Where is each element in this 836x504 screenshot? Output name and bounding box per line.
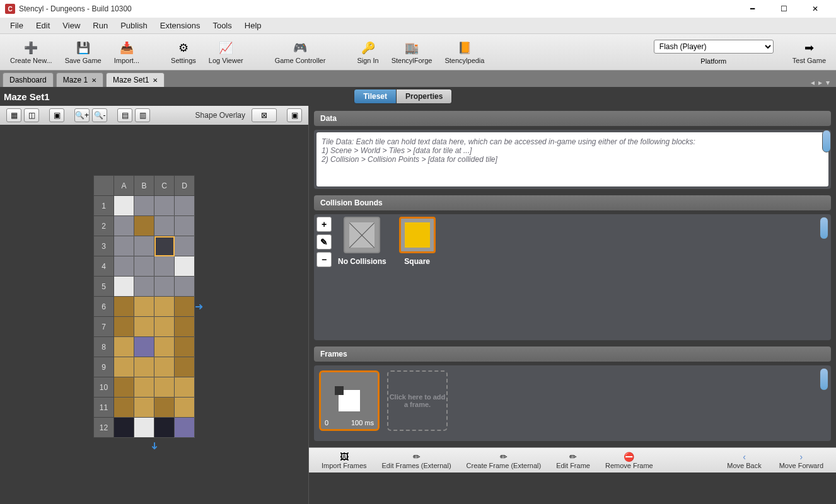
select-region-icon[interactable]: ▦ bbox=[6, 108, 21, 122]
section-header-frames: Frames bbox=[314, 346, 831, 362]
arrow-down-icon: ➜ bbox=[148, 442, 160, 450]
numbers-icon[interactable]: ▥ bbox=[135, 108, 150, 122]
close-icon[interactable]: ✕ bbox=[91, 77, 96, 84]
move-back-button[interactable]: ‹Move Back bbox=[719, 452, 769, 469]
maximize-button[interactable]: ☐ bbox=[774, 3, 793, 15]
titlebar: C Stencyl - Dungeons - Build 10300 ━ ☐ ✕ bbox=[0, 0, 836, 18]
remove-frame-button[interactable]: ⛔Remove Frame bbox=[598, 452, 661, 469]
tab-maze-1[interactable]: Maze 1✕ bbox=[56, 72, 103, 87]
shape-overlay-label: Shape Overlay bbox=[195, 111, 245, 120]
import-icon: 🖼 bbox=[340, 452, 349, 462]
create-frame-external-button[interactable]: ✏Create Frame (External) bbox=[459, 452, 549, 469]
menu-help[interactable]: Help bbox=[238, 18, 268, 33]
menu-file[interactable]: File bbox=[4, 18, 30, 33]
test-game-button[interactable]: ➡Test Game bbox=[786, 38, 832, 67]
tileset-toolbar: ▦ ◫ ▣ 🔍+ 🔍- ▤ ▥ Shape Overlay ⊠ ▣ bbox=[0, 106, 308, 125]
tab-maze-set1[interactable]: Maze Set1✕ bbox=[106, 72, 165, 87]
app-icon: C bbox=[5, 4, 15, 14]
zoom-out-icon[interactable]: 🔍- bbox=[92, 108, 107, 122]
window-title: Stencyl - Dungeons - Build 10300 bbox=[19, 4, 743, 13]
minus-circle-icon: ⛔ bbox=[624, 452, 634, 462]
game-controller-button[interactable]: 🎮Game Controller bbox=[269, 38, 332, 67]
close-icon[interactable]: ✕ bbox=[153, 77, 158, 84]
store-icon: 🏬 bbox=[404, 40, 419, 55]
settings-button[interactable]: ⚙Settings bbox=[165, 38, 202, 67]
menu-extensions[interactable]: Extensions bbox=[154, 18, 207, 33]
create-new-button[interactable]: ➕Create New... bbox=[4, 38, 59, 67]
scrollbar[interactable] bbox=[820, 368, 828, 391]
move-forward-button[interactable]: ›Move Forward bbox=[772, 452, 831, 469]
edit-frames-external-button[interactable]: ✏Edit Frames (External) bbox=[374, 452, 459, 469]
log-viewer-button[interactable]: 📈Log Viewer bbox=[202, 38, 250, 67]
page-header: Maze Set1 Tileset Properties bbox=[0, 87, 836, 106]
add-frame-button[interactable]: Click here to add a frame. bbox=[387, 370, 448, 431]
section-header-data: Data bbox=[314, 111, 831, 126]
menu-publish[interactable]: Publish bbox=[114, 18, 154, 33]
collision-square[interactable]: Square bbox=[399, 217, 436, 266]
selected-tile[interactable] bbox=[154, 236, 175, 256]
data-section: Tile Data: Each tile can hold text data … bbox=[314, 130, 831, 189]
menu-run[interactable]: Run bbox=[86, 18, 114, 33]
tile-grid: ABCD 1 2 3 4 5 6➜ 7 8 9 10 11 12 bbox=[93, 175, 215, 438]
import-icon: 📥 bbox=[119, 40, 134, 55]
shape-overlay-x-icon[interactable]: ⊠ bbox=[252, 108, 277, 122]
minimize-button[interactable]: ━ bbox=[743, 3, 762, 15]
tab-tileset[interactable]: Tileset bbox=[354, 89, 397, 104]
left-panel: ▦ ◫ ▣ 🔍+ 🔍- ▤ ▥ Shape Overlay ⊠ ▣ ABCD 1… bbox=[0, 106, 309, 504]
arrow-right-icon: ➜ bbox=[195, 301, 203, 312]
tabs-prev-icon[interactable]: ◂ bbox=[811, 78, 815, 87]
stencylforge-button[interactable]: 🏬StencylForge bbox=[385, 38, 439, 67]
shape-overlay-box-icon[interactable]: ▣ bbox=[287, 108, 302, 122]
pencil-plus-icon: ✏ bbox=[500, 452, 508, 462]
chart-icon: 📈 bbox=[218, 40, 233, 55]
save-icon: 💾 bbox=[76, 40, 91, 55]
pencil-icon: ✏ bbox=[569, 452, 577, 462]
frame-0[interactable]: 0 100 ms bbox=[319, 370, 380, 431]
frame-thumbnail bbox=[339, 390, 360, 411]
key-icon: 🔑 bbox=[361, 40, 376, 55]
main-toolbar: ➕Create New... 💾Save Game 📥Import... ⚙Se… bbox=[0, 34, 836, 71]
controller-icon: 🎮 bbox=[293, 40, 308, 55]
section-header-collision: Collision Bounds bbox=[314, 195, 831, 210]
right-panel: Data Tile Data: Each tile can hold text … bbox=[309, 106, 836, 504]
chevron-left-icon: ‹ bbox=[743, 452, 746, 462]
arrow-right-icon: ➡ bbox=[801, 40, 816, 55]
tileset-canvas[interactable]: ABCD 1 2 3 4 5 6➜ 7 8 9 10 11 12 ➜ bbox=[0, 125, 308, 504]
gear-icon: ⚙ bbox=[176, 40, 191, 55]
scrollbar[interactable] bbox=[822, 130, 831, 152]
stencylpedia-button[interactable]: 📙Stencylpedia bbox=[438, 38, 491, 67]
tab-dashboard[interactable]: Dashboard bbox=[3, 72, 54, 87]
menu-edit[interactable]: Edit bbox=[30, 18, 56, 33]
collision-none[interactable]: No Collisions bbox=[338, 217, 386, 266]
tabs-next-icon[interactable]: ▸ bbox=[818, 78, 822, 87]
menubar: File Edit View Run Publish Extensions To… bbox=[0, 18, 836, 34]
import-button[interactable]: 📥Import... bbox=[108, 38, 146, 67]
frames-toolbar: 🖼Import Frames ✏Edit Frames (External) ✏… bbox=[309, 447, 836, 472]
select-all-icon[interactable]: ◫ bbox=[24, 108, 39, 122]
page-title: Maze Set1 bbox=[4, 91, 50, 102]
add-collision-button[interactable]: + bbox=[316, 217, 332, 232]
tabbar: Dashboard Maze 1✕ Maze Set1✕ ◂ ▸ ▾ bbox=[0, 71, 836, 87]
tiles-view-icon[interactable]: ▣ bbox=[49, 108, 64, 122]
tile-data-textbox[interactable]: Tile Data: Each tile can hold text data … bbox=[316, 132, 828, 186]
close-button[interactable]: ✕ bbox=[806, 3, 825, 15]
frames-section: 0 100 ms Click here to add a frame. bbox=[314, 365, 831, 441]
tabs-dropdown-icon[interactable]: ▾ bbox=[826, 78, 830, 87]
scrollbar[interactable] bbox=[820, 217, 828, 239]
menu-view[interactable]: View bbox=[56, 18, 86, 33]
pencil-out-icon: ✏ bbox=[413, 452, 421, 462]
edit-frame-button[interactable]: ✏Edit Frame bbox=[549, 452, 598, 469]
edit-collision-button[interactable]: ✎ bbox=[316, 234, 332, 249]
chevron-right-icon: › bbox=[800, 452, 803, 462]
remove-collision-button[interactable]: − bbox=[316, 252, 332, 267]
plus-icon: ➕ bbox=[23, 40, 38, 55]
save-game-button[interactable]: 💾Save Game bbox=[59, 38, 108, 67]
zoom-in-icon[interactable]: 🔍+ bbox=[74, 108, 90, 122]
menu-tools[interactable]: Tools bbox=[206, 18, 238, 33]
import-frames-button[interactable]: 🖼Import Frames bbox=[314, 452, 374, 469]
sign-in-button[interactable]: 🔑Sign In bbox=[351, 38, 385, 67]
platform-label: Platform bbox=[700, 57, 726, 65]
platform-select[interactable]: Flash (Player) bbox=[654, 40, 774, 54]
tab-properties[interactable]: Properties bbox=[397, 89, 452, 104]
grid-icon[interactable]: ▤ bbox=[117, 108, 132, 122]
